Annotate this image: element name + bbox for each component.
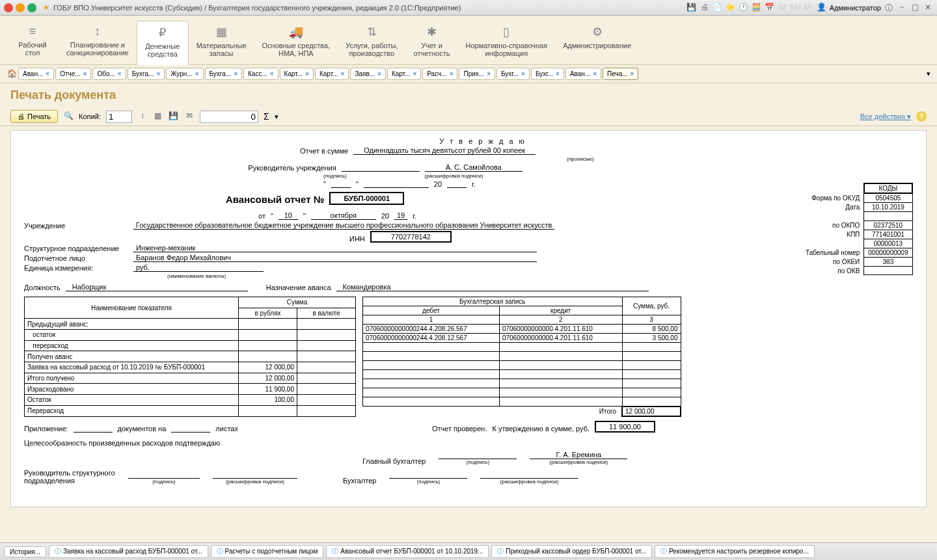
tab[interactable]: Заяв...× (350, 68, 386, 80)
document-area[interactable]: У т в е р ж д а ю Отчет в сумме Одиннадц… (10, 130, 927, 507)
tab-close-icon[interactable]: × (156, 70, 160, 77)
nav-item[interactable]: ✱Учет иотчетность (405, 21, 457, 64)
sigma-icon[interactable]: Σ (264, 111, 269, 122)
doc-title: Авансовый отчет № (226, 194, 324, 205)
tab[interactable]: Карт...× (315, 68, 349, 80)
nav-item[interactable]: 🚚Основные средства,НМА, НПА (254, 21, 338, 64)
max-icon[interactable]: ▢ (910, 3, 920, 13)
preview-icon[interactable]: 🔍 (63, 111, 74, 122)
tab-close-icon[interactable]: × (377, 70, 381, 77)
page-title: Печать документа (0, 83, 937, 107)
status-item[interactable]: ⓘ Рекомендуется настроить резервное копи… (655, 545, 815, 558)
tab[interactable]: Касс...× (243, 68, 278, 80)
spin-icon[interactable]: ↕ (137, 111, 148, 122)
tab[interactable]: Бухг...× (496, 68, 530, 80)
tab[interactable]: Аван...× (18, 68, 54, 80)
mminus-icon[interactable]: M- (804, 3, 814, 13)
left-table: Наименование показателяСумма в рубляхв в… (24, 297, 356, 417)
right-table: Бухгалтерская записьСумма, руб. дебеткре… (362, 297, 681, 417)
nav-item[interactable]: ▯Нормативно-справочнаяинформация (457, 21, 555, 64)
report-sum: Одиннадцать тысяч девятьсот рублей 00 ко… (353, 146, 536, 155)
tab-close-icon[interactable]: × (341, 70, 345, 77)
tab[interactable]: Печа...× (603, 68, 638, 80)
doc-number: БУБП-000001 (329, 192, 404, 205)
minimize-icon[interactable] (16, 3, 25, 12)
copies-input[interactable] (106, 111, 132, 123)
head-label: Руководитель учреждения (248, 164, 336, 172)
tab-close-icon[interactable]: × (631, 70, 634, 77)
tab-close-icon[interactable]: × (118, 70, 122, 77)
close-icon[interactable] (4, 3, 13, 12)
tab-close-icon[interactable]: × (234, 70, 238, 77)
nav-item[interactable]: ₽Денежныесредства (137, 21, 189, 65)
tab-close-icon[interactable]: × (305, 70, 309, 77)
tab-close-icon[interactable]: × (413, 70, 416, 77)
status-item[interactable]: ⓘ Заявка на кассовый расход БУБП-000001 … (49, 545, 208, 558)
tab[interactable]: Карт...× (387, 68, 421, 80)
cal-icon[interactable]: 📅 (765, 3, 775, 13)
mail-icon[interactable]: ✉ (184, 111, 195, 122)
table-row (363, 397, 681, 407)
nav-item[interactable]: ⇅Услуги, работы,производство (338, 21, 405, 64)
fav-icon[interactable]: ⭐ (726, 3, 736, 13)
save-icon[interactable]: 💾 (686, 3, 697, 13)
star-icon[interactable]: ★ (43, 3, 49, 12)
min-icon[interactable]: − (897, 3, 907, 13)
tab[interactable]: Аван...× (565, 68, 601, 80)
tab-close-icon[interactable]: × (450, 70, 454, 77)
tab-close-icon[interactable]: × (270, 70, 274, 77)
table-row: Израсходовано11 900,00 (25, 384, 356, 395)
status-item[interactable]: ⓘ Приходный кассовый ордер БУБП-000001 о… (491, 545, 652, 558)
nav-item[interactable]: ↕Планирование исанкционирование (59, 21, 137, 64)
tab-close-icon[interactable]: × (46, 70, 49, 77)
table-row: Остаток100,00 (25, 395, 356, 406)
codes-table: КОДЫ Форма по ОКУД0504505 Дата10.10.2019… (802, 183, 913, 275)
calc-icon[interactable]: 🧮 (752, 3, 762, 13)
tab[interactable]: Бухга...× (128, 68, 165, 80)
help-icon[interactable]: ? (916, 111, 927, 122)
doc-icon[interactable]: 📄 (713, 3, 723, 13)
clock-icon[interactable]: 🕐 (739, 3, 749, 13)
toolbar: 🖨 Печать 🔍 Копий: ↕ ▦ 💾 ✉ Σ ▾ Все действ… (0, 107, 937, 126)
sigma-dropdown[interactable]: ▾ (275, 113, 278, 121)
tab-close-icon[interactable]: × (195, 70, 199, 77)
tab[interactable]: Журн...× (166, 68, 203, 80)
mplus-icon[interactable]: M+ (791, 3, 801, 13)
status-item[interactable]: ⓘ Авансовый отчет БУБП-000001 от 10.10.2… (326, 545, 489, 558)
tab[interactable]: Расч...× (422, 68, 457, 80)
tab[interactable]: Отче...× (55, 68, 91, 80)
tabs-dropdown-icon[interactable]: ▾ (927, 70, 930, 78)
table-row: перерасход (25, 340, 356, 351)
num-input[interactable] (200, 111, 258, 123)
copies-label: Копий: (79, 113, 101, 120)
exit-icon[interactable]: ✕ (923, 3, 933, 13)
m-icon[interactable]: M (778, 3, 788, 13)
print-icon[interactable]: 🖨 (699, 3, 710, 13)
report-sum-label: Отчет в сумме (300, 147, 348, 155)
tab-close-icon[interactable]: × (593, 70, 597, 77)
tab[interactable]: Бухга...× (205, 68, 243, 80)
status-item[interactable]: ⓘ Расчеты с подотчетным лицом (211, 545, 324, 558)
all-actions-link[interactable]: Все действия ▾ (860, 113, 911, 121)
nav-item[interactable]: ▦Материальныезапасы (189, 21, 254, 64)
table-row (363, 370, 681, 379)
info-icon[interactable]: ⓘ (884, 3, 894, 13)
maximize-icon[interactable] (27, 3, 36, 12)
tab-close-icon[interactable]: × (521, 70, 525, 77)
tab-close-icon[interactable]: × (487, 70, 491, 77)
nav-item[interactable]: ≡Рабочийстол (7, 21, 59, 64)
tab-close-icon[interactable]: × (83, 70, 87, 77)
table-row: 07060000000000244.4.208.26.5670706000000… (363, 325, 681, 334)
home-icon[interactable]: 🏠 (7, 69, 17, 79)
propisyu-hint: (прописью) (480, 156, 681, 162)
tab[interactable]: Бухг...× (531, 68, 564, 80)
tab[interactable]: Обо...× (92, 68, 126, 80)
print-button[interactable]: 🖨 Печать (10, 110, 58, 123)
tab-close-icon[interactable]: × (556, 70, 560, 77)
tab[interactable]: Прих...× (459, 68, 495, 80)
tab[interactable]: Карт...× (280, 68, 314, 80)
nav-item[interactable]: ⚙Администрирование (555, 21, 639, 64)
history-button[interactable]: История... (4, 546, 46, 557)
disk-icon[interactable]: 💾 (169, 111, 179, 122)
grid-icon[interactable]: ▦ (153, 111, 163, 122)
